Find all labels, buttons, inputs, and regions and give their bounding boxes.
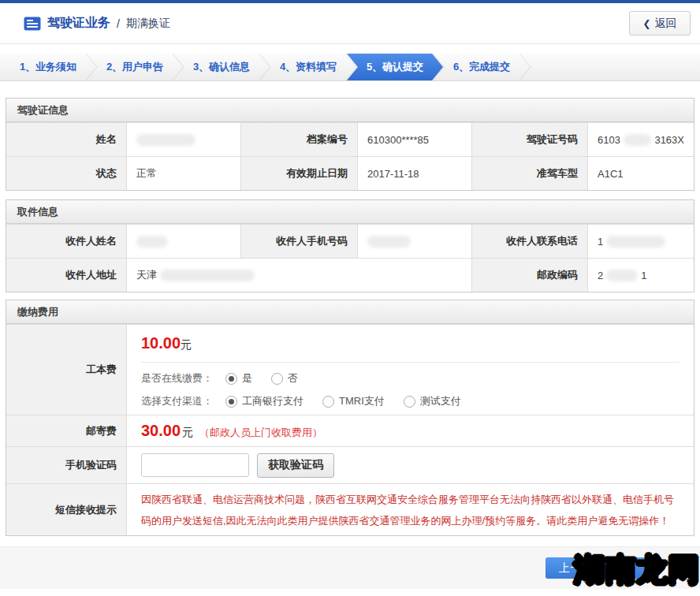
step-tab-4[interactable]: 4、资料填写 [260,54,356,80]
production-fee-label: 工本费 [6,325,126,415]
recipient-mobile-label: 收件人手机号码 [240,225,357,258]
sms-tip-row: 短信接收提示 因陕西省联通、电信运营商技术问题，陕西省互联网交通安全综合服务管理… [6,483,694,535]
vehicle-type-value: A1C1 [587,157,694,190]
contact-prefix: 1 [598,236,603,248]
channel-test-label: 测试支付 [420,394,461,408]
radio-unchecked-icon[interactable] [322,396,334,408]
fees-title: 缴纳费用 [6,300,694,324]
channel-test-option[interactable]: 测试支付 [404,394,461,408]
name-label: 姓名 [6,123,126,156]
postcode-label: 邮政编码 [471,259,587,292]
production-fee-row: 工本费 10.00 元 是否在线缴费： 是 否 [6,324,694,415]
currency-unit: 元 [182,426,193,440]
license-number-value: 6103 3163X [587,123,694,156]
table-row: 状态 正常 有效期止日期 2017-11-18 准驾车型 A1C1 [6,156,694,190]
expiry-label: 有效期止日期 [240,157,357,190]
recipient-name-value [126,225,240,258]
step-tab-2[interactable]: 2、用户申告 [87,54,183,80]
table-row: 收件人地址 天津 邮政编码 2 1 [6,258,694,292]
chevron-left-icon: ❮ [642,18,650,29]
channel-tmri-option[interactable]: TMRI支付 [322,394,385,408]
postcode-value: 2 1 [587,259,694,292]
sms-tip-detail: 因陕西省联通、电信运营商技术问题，陕西省互联网交通安全综合服务管理平台无法向持陕… [126,484,694,535]
production-fee-detail: 10.00 元 是否在线缴费： 是 否 选择支付渠道： [126,325,694,415]
redacted-license-digits [624,134,651,146]
recipient-contact-label: 收件人联系电话 [471,225,587,258]
license-info-title: 驾驶证信息 [6,99,694,122]
license-number-suffix: 3163X [654,134,684,146]
breadcrumb-separator: / [117,17,120,30]
get-code-button[interactable]: 获取验证码 [257,453,334,478]
redacted-recipient-name [136,236,168,248]
recipient-mobile-value [357,225,471,258]
recipient-name-label: 收件人姓名 [6,225,126,258]
page-title: 驾驶证业务 [47,15,110,32]
step-tab-3[interactable]: 3、确认信息 [173,54,270,80]
currency-unit: 元 [181,338,192,352]
status-label: 状态 [6,157,126,190]
redacted-address [160,270,255,281]
mail-fee-detail: 30.00 元 （邮政人员上门收取费用） [126,415,694,446]
redacted-postcode [606,270,638,281]
online-pay-question: 是否在线缴费： [141,371,213,386]
sms-code-detail: 获取验证码 [126,447,694,483]
fees-section: 缴纳费用 工本费 10.00 元 是否在线缴费： 是 否 [6,300,694,536]
file-number-label: 档案编号 [240,123,357,156]
online-pay-no-label: 否 [288,371,298,386]
radio-unchecked-icon[interactable] [271,373,283,385]
postcode-prefix: 2 [598,270,603,281]
recipient-address-value: 天津 [126,259,471,292]
back-button[interactable]: ❮ 返回 [629,11,691,35]
redacted-contact [606,236,665,248]
step-wizard: 1、业务须知 2、用户申告 3、确认信息 4、资料填写 5、确认提交 6、完成提… [0,54,700,81]
redacted-name [136,134,195,146]
production-fee-amount: 10.00 [141,334,181,352]
radio-checked-icon[interactable] [225,396,237,408]
previous-step-button[interactable]: 上一步 [545,557,605,579]
pickup-info-section: 取件信息 收件人姓名 收件人手机号码 收件人联系电话 1 收件人地址 天津 邮政… [6,199,694,292]
radio-unchecked-icon[interactable] [404,396,415,408]
license-number-prefix: 6103 [598,134,620,146]
sms-code-input[interactable] [141,453,249,477]
mail-fee-amount: 30.00 [141,422,181,440]
channel-icbc-label: 工商银行支付 [242,394,303,408]
mail-fee-note: （邮政人员上门收取费用） [199,426,322,440]
mail-fee-label: 邮寄费 [6,415,126,446]
sms-tip-label: 短信接收提示 [6,484,126,535]
table-row: 姓名 档案编号 610300****85 驾驶证号码 6103 3163X [6,122,694,156]
file-number-value: 610300****85 [357,123,471,156]
submit-button[interactable] [615,557,656,579]
service-list-icon [24,17,41,31]
expiry-value: 2017-11-18 [357,157,471,190]
online-pay-yes-option[interactable]: 是 [225,371,252,386]
step-tab-1[interactable]: 1、业务须知 [0,54,96,80]
footer-bar: 上一步 [0,546,700,589]
channel-icbc-option[interactable]: 工商银行支付 [225,394,303,408]
license-number-label: 驾驶证号码 [471,123,587,156]
sms-tip-text: 因陕西省联通、电信运营商技术问题，陕西省互联网交通安全综合服务管理平台无法向持陕… [141,487,680,533]
table-row: 收件人姓名 收件人手机号码 收件人联系电话 1 [6,224,694,258]
recipient-contact-value: 1 [587,225,694,258]
status-value: 正常 [126,157,240,190]
page-header: 驾驶证业务 / 期满换证 ❮ 返回 [0,3,700,44]
sms-code-label: 手机验证码 [6,447,126,483]
recipient-address-label: 收件人地址 [6,259,126,292]
license-info-section: 驾驶证信息 姓名 档案编号 610300****85 驾驶证号码 6103 31… [6,98,694,191]
name-value [126,123,240,156]
back-button-label: 返回 [655,17,677,31]
step-bar-filler [520,54,700,80]
mail-fee-row: 邮寄费 30.00 元 （邮政人员上门收取费用） [6,415,694,446]
radio-checked-icon[interactable] [225,373,237,385]
vehicle-type-label: 准驾车型 [471,157,587,190]
postcode-suffix: 1 [641,270,646,281]
redacted-mobile [367,236,411,248]
channel-question: 选择支付渠道： [141,394,213,408]
online-pay-no-option[interactable]: 否 [271,371,298,386]
sms-code-row: 手机验证码 获取验证码 [6,446,694,483]
step-tab-5-active[interactable]: 5、确认提交 [347,54,443,80]
channel-tmri-label: TMRI支付 [339,394,385,408]
online-pay-yes-label: 是 [242,371,252,386]
page-subtitle: 期满换证 [126,17,170,31]
step-tab-6[interactable]: 6、完成提交 [434,54,530,80]
address-prefix: 天津 [136,268,157,282]
